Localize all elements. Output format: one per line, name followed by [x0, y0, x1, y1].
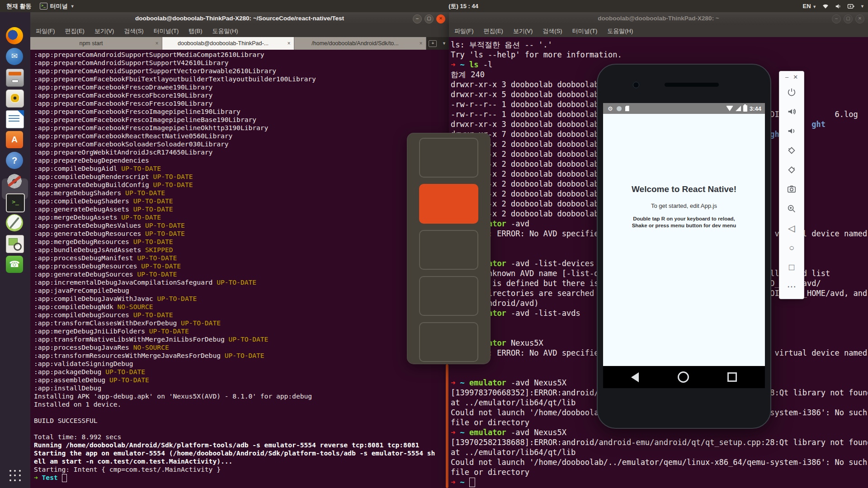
terminal-tab[interactable]: /home/dooboolab/Android/Sdk/to...×: [294, 37, 426, 50]
overview-button[interactable]: □: [779, 257, 804, 277]
dock-item-help[interactable]: ?: [6, 152, 24, 170]
popup-slot[interactable]: [419, 276, 478, 316]
menu-item[interactable]: 터미널(T): [154, 27, 179, 35]
rotate-right-button[interactable]: [779, 160, 804, 179]
menu-item[interactable]: 파일(F): [454, 27, 474, 35]
clock[interactable]: (토) 15 : 44: [427, 0, 500, 12]
activities-button[interactable]: 현재 활동: [5, 2, 33, 10]
toolbar-close-button[interactable]: ✕: [793, 74, 798, 80]
maximize-button[interactable]: ▢: [425, 14, 434, 23]
menu-item[interactable]: 탭(B): [189, 27, 202, 35]
react-native-welcome: Welcome to React Native! To get started,…: [603, 114, 765, 366]
settings-gear-icon: [6, 173, 23, 190]
welcome-title: Welcome to React Native!: [603, 184, 765, 194]
desktop: 현재 활동 >_ 터미널 ▼ (토) 15 : 44 EN ▼ ▼ ✉: [0, 0, 868, 488]
slot-popup[interactable]: [407, 133, 491, 364]
wifi-icon[interactable]: [822, 3, 829, 9]
emulator-screen[interactable]: ⚙ 3:44 Welcome to React Native! To get s…: [603, 103, 765, 388]
dock-item-terminal[interactable]: >_: [6, 193, 24, 211]
dock-item-rhythmbox[interactable]: [6, 89, 24, 108]
more-button[interactable]: ⋯: [779, 277, 804, 296]
right-terminal-title: dooboolab@dooboolab-ThinkPad-X280: ~: [449, 12, 868, 25]
toolbar-minimize-button[interactable]: –: [785, 74, 788, 80]
phone-app-icon: ☎: [6, 256, 23, 273]
tab-close-icon[interactable]: ×: [152, 40, 162, 47]
dock-item-ubuntu-software[interactable]: A: [6, 131, 24, 149]
maximize-button[interactable]: ▢: [844, 14, 853, 23]
left-terminal-output[interactable]: :app:prepareComAndroidSupportSupportMedi…: [30, 50, 449, 488]
circle-icon: [617, 106, 622, 111]
left-terminal-scrollbar[interactable]: [446, 364, 448, 488]
sdcard-icon: [625, 106, 629, 111]
dock-item-thunderbird[interactable]: ✉: [6, 48, 24, 66]
left-terminal-window: dooboolab@dooboolab-ThinkPad-X280: ~/Sou…: [30, 12, 449, 488]
status-time: 3:44: [750, 105, 761, 112]
android-studio-icon: [6, 214, 23, 231]
thunderbird-icon: ✉: [6, 48, 23, 65]
show-applications-button[interactable]: [9, 470, 21, 482]
left-terminal-title: dooboolab@dooboolab-ThinkPad-X280: ~/Sou…: [30, 12, 449, 25]
emulator-toolbar: – ✕ ◁ ○ □ ⋯: [779, 71, 804, 299]
volume-down-button[interactable]: [779, 121, 804, 141]
power-button[interactable]: [779, 82, 804, 102]
dock-item-libreoffice-writer[interactable]: [6, 110, 24, 128]
menu-item[interactable]: 편집(E): [65, 27, 85, 35]
dock-item-android-studio[interactable]: [6, 214, 24, 232]
terminal-tab[interactable]: dooboolab@dooboolab-ThinkPad-...×: [162, 37, 294, 50]
tab-list-chevron-icon[interactable]: ▼: [439, 37, 449, 50]
popup-slot[interactable]: [419, 138, 478, 178]
popup-slot[interactable]: [419, 230, 478, 270]
new-tab-button[interactable]: +: [426, 37, 439, 50]
menu-item[interactable]: 파일(F): [36, 27, 55, 35]
close-button[interactable]: ✕: [855, 14, 864, 23]
menu-item[interactable]: 편집(E): [484, 27, 503, 35]
back-button[interactable]: ◁: [779, 218, 804, 238]
dock-item-phone-app[interactable]: ☎: [6, 256, 24, 274]
system-menu-chevron-icon[interactable]: ▼: [860, 4, 864, 9]
dock-item-firefox[interactable]: [6, 27, 24, 45]
top-panel: 현재 활동 >_ 터미널 ▼ (토) 15 : 44 EN ▼ ▼: [0, 0, 868, 12]
home-button[interactable]: ○: [779, 238, 804, 257]
menu-item[interactable]: 보기(V): [513, 27, 533, 35]
tab-close-icon[interactable]: ×: [284, 40, 294, 47]
android-emulator-window[interactable]: ⚙ 3:44 Welcome to React Native! To get s…: [597, 64, 771, 429]
ubuntu-software-icon: A: [6, 131, 23, 148]
menu-item[interactable]: 도움말(H): [607, 27, 633, 35]
terminal-tab[interactable]: npm start×: [30, 37, 162, 50]
menu-item[interactable]: 검색(S): [542, 27, 562, 35]
focused-app-label: 터미널: [50, 2, 68, 10]
home-icon[interactable]: [678, 371, 689, 383]
input-source-indicator[interactable]: EN ▼: [802, 3, 816, 9]
menu-item[interactable]: 보기(V): [94, 27, 114, 35]
menu-item[interactable]: 터미널(T): [572, 27, 598, 35]
zoom-button[interactable]: [779, 199, 804, 218]
terminal-icon: >_: [6, 193, 25, 212]
dock-item-system-settings[interactable]: [6, 173, 24, 191]
tab-close-icon[interactable]: ×: [416, 40, 426, 47]
recents-icon[interactable]: [727, 372, 737, 382]
screenshot-button[interactable]: [779, 179, 804, 199]
welcome-subtitle: To get started, edit App.js: [603, 202, 765, 209]
close-button[interactable]: ✕: [436, 14, 445, 23]
menu-item[interactable]: 도움말(H): [212, 27, 238, 35]
volume-up-button[interactable]: [779, 102, 804, 121]
wifi-icon: [726, 106, 733, 111]
left-terminal-menubar: 파일(F)편집(E)보기(V)검색(S)터미널(T)탭(B)도움말(H): [30, 25, 449, 37]
terminal-app-icon: >_: [40, 3, 47, 9]
right-terminal-titlebar[interactable]: dooboolab@dooboolab-ThinkPad-X280: ~ – ▢…: [449, 12, 868, 25]
dock-item-screenshot-tool[interactable]: [6, 235, 24, 253]
popup-slot-highlighted[interactable]: [419, 184, 478, 224]
left-terminal-titlebar[interactable]: dooboolab@dooboolab-ThinkPad-X280: ~/Sou…: [30, 12, 449, 25]
help-icon: ?: [6, 152, 23, 169]
minimize-button[interactable]: –: [832, 14, 841, 23]
menu-item[interactable]: 검색(S): [124, 27, 143, 35]
dock-item-file-cabinet[interactable]: [6, 69, 24, 87]
volume-icon[interactable]: [835, 3, 842, 9]
minimize-button[interactable]: –: [413, 14, 422, 23]
battery-icon[interactable]: [847, 3, 855, 9]
back-icon[interactable]: [631, 372, 639, 382]
popup-slot[interactable]: [419, 322, 478, 362]
welcome-instruction-1: Double tap R on your keyboard to reload,: [603, 216, 765, 222]
rotate-left-button[interactable]: [779, 141, 804, 160]
focused-app-menu[interactable]: >_ 터미널 ▼: [40, 2, 75, 10]
